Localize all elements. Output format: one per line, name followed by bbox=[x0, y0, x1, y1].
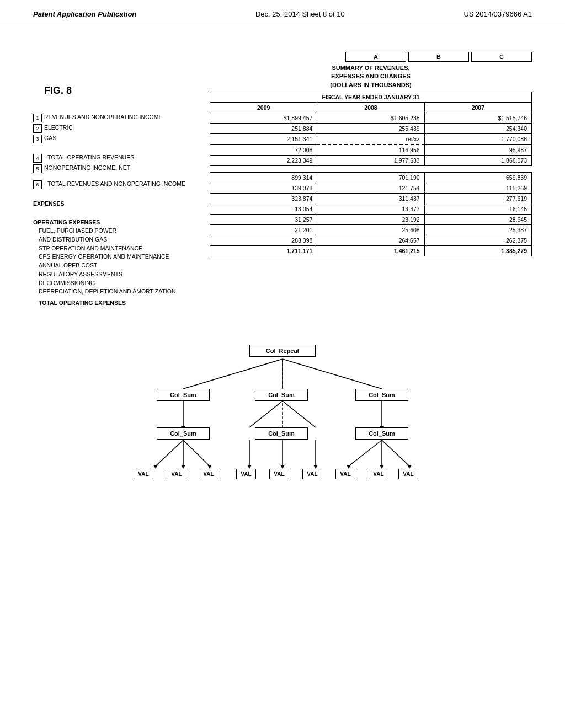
val-5: VAL bbox=[269, 469, 289, 479]
val-6: VAL bbox=[302, 469, 322, 479]
stp-row: 139,073 121,754 115,269 bbox=[210, 183, 532, 194]
row-text-4: TOTAL OPERATING REVENUES bbox=[44, 153, 134, 162]
nonop-income-row: 72,008 116,956 95,987 bbox=[210, 144, 532, 156]
row-num-6: 6 bbox=[33, 180, 42, 189]
row-2: 2 ELECTRIC bbox=[33, 124, 204, 133]
col-a-box: A bbox=[345, 52, 406, 62]
row-3: 3 GAS bbox=[33, 134, 204, 143]
svg-marker-13 bbox=[181, 465, 185, 469]
opeb-2009: 13,054 bbox=[210, 204, 317, 215]
tot-op-rev-2009: 2,151,341 bbox=[210, 134, 317, 145]
electric-2009: $1,899,457 bbox=[210, 113, 317, 124]
row-num-2: 2 bbox=[33, 124, 42, 133]
total-op-rev-row: 2,151,341 rei/xz 1,770,086 bbox=[210, 134, 532, 145]
decomm-2009: 21,201 bbox=[210, 225, 317, 235]
val-9: VAL bbox=[398, 469, 418, 479]
col-sum-r2-right: Col_Sum bbox=[355, 427, 408, 440]
electric-row: $1,899,457 $1,605,238 $1,515,746 bbox=[210, 113, 532, 124]
dep-2008: 264,657 bbox=[317, 235, 424, 246]
col-headers: A B C bbox=[210, 52, 532, 62]
year-2007: 2007 bbox=[424, 103, 531, 113]
row-num-1: 1 bbox=[33, 114, 42, 122]
electric-2007: $1,515,746 bbox=[424, 113, 531, 124]
opeb-2007: 16,145 bbox=[424, 204, 531, 215]
dep-2007: 262,375 bbox=[424, 235, 531, 246]
reg-2008: 23,192 bbox=[317, 215, 424, 225]
dep-2009: 283,398 bbox=[210, 235, 317, 246]
svg-marker-15 bbox=[207, 465, 212, 469]
op-expenses-header: OPERATING EXPENSES bbox=[33, 219, 204, 226]
col-sum-r1-center: Col_Sum bbox=[255, 389, 308, 401]
row-num-3: 3 bbox=[33, 135, 42, 143]
row-text-3: GAS bbox=[44, 134, 56, 142]
data-table: FISCAL YEAR ENDED JANUARY 31 2009 2008 2… bbox=[210, 92, 532, 262]
total-rev-2009: 2,223,349 bbox=[210, 156, 317, 166]
nonop-2007: 95,987 bbox=[424, 144, 531, 156]
stp-2008: 121,754 bbox=[317, 183, 424, 194]
val-8: VAL bbox=[369, 469, 388, 479]
summary-title-line2: EXPENSES AND CHANGES bbox=[331, 73, 411, 79]
stp-2007: 115,269 bbox=[424, 183, 531, 194]
expense-opeb: ANNUAL OPEB COST bbox=[33, 261, 204, 270]
expenses-header: EXPENSES bbox=[33, 200, 204, 207]
expense-regulatory: REGULATORY ASSESSMENTS bbox=[33, 270, 204, 279]
svg-marker-23 bbox=[347, 465, 351, 469]
svg-line-5 bbox=[249, 401, 282, 427]
svg-marker-21 bbox=[313, 465, 318, 469]
total-rev-2008: 1,977,633 bbox=[317, 156, 424, 166]
col-sum-r1-right: Col_Sum bbox=[355, 389, 408, 401]
left-labels: FIG. 8 1 REVENUES AND NONOPERATING INCOM… bbox=[33, 52, 210, 306]
expenses-section: EXPENSES OPERATING EXPENSES FUEL, PURCHA… bbox=[33, 200, 204, 306]
svg-marker-27 bbox=[407, 465, 412, 469]
row-text-2: ELECTRIC bbox=[44, 124, 73, 132]
decomm-row: 21,201 25,608 25,387 bbox=[210, 225, 532, 235]
spacer-row bbox=[210, 166, 532, 173]
expense-cps: CPS ENERGY OPERATION AND MAINTENANCE bbox=[33, 253, 204, 261]
gas-2007: 254,340 bbox=[424, 124, 531, 134]
expense-decomm: DECOMMISSIONING bbox=[33, 279, 204, 288]
row-4: 4 TOTAL OPERATING REVENUES bbox=[33, 153, 204, 163]
tot-exp-2008: 1,461,215 bbox=[317, 246, 424, 256]
fuel-2009: 899,314 bbox=[210, 173, 317, 183]
col-c-box: C bbox=[471, 52, 532, 62]
year-2009: 2009 bbox=[210, 103, 317, 113]
opeb-2008: 13,377 bbox=[317, 204, 424, 215]
val-7: VAL bbox=[335, 469, 355, 479]
main-content: FIG. 8 1 REVENUES AND NONOPERATING INCOM… bbox=[0, 24, 565, 527]
bottom-spacer bbox=[210, 256, 532, 262]
cps-row: 323,874 311,437 277,619 bbox=[210, 194, 532, 204]
stp-2009: 139,073 bbox=[210, 183, 317, 194]
cps-2007: 277,619 bbox=[424, 194, 531, 204]
tree-container: Col_Repeat Col_Sum Col_Sum Col_Sum Col_S… bbox=[117, 339, 448, 516]
svg-line-0 bbox=[183, 359, 282, 389]
sheet-info: Dec. 25, 2014 Sheet 8 of 10 bbox=[255, 10, 345, 18]
row-1: 1 REVENUES AND NONOPERATING INCOME bbox=[33, 113, 204, 122]
expense-fuel: FUEL, PURCHASED POWERAND DISTRIBUTION GA… bbox=[33, 227, 204, 244]
col-repeat-node: Col_Repeat bbox=[249, 345, 316, 357]
tot-exp-2007: 1,385,279 bbox=[424, 246, 531, 256]
nonop-2009: 72,008 bbox=[210, 144, 317, 156]
decomm-2007: 25,387 bbox=[424, 225, 531, 235]
svg-marker-11 bbox=[153, 465, 158, 469]
col-sum-r2-center: Col_Sum bbox=[255, 427, 308, 440]
row-num-5: 5 bbox=[33, 164, 42, 173]
reg-2007: 28,645 bbox=[424, 215, 531, 225]
col-sum-r1-left: Col_Sum bbox=[157, 389, 210, 401]
publication-label: Patent Application Publication bbox=[33, 10, 136, 18]
diagram-section: Col_Repeat Col_Sum Col_Sum Col_Sum Col_S… bbox=[33, 339, 532, 516]
cps-2008: 311,437 bbox=[317, 194, 424, 204]
summary-title: SUMMARY OF REVENUES, EXPENSES AND CHANGE… bbox=[210, 64, 532, 89]
total-op-exp-row: 1,711,171 1,461,215 1,385,279 bbox=[210, 246, 532, 256]
expense-stp: STP OPERATION AND MAINTENANCE bbox=[33, 244, 204, 253]
year-2008: 2008 bbox=[317, 103, 424, 113]
summary-title-line1: SUMMARY OF REVENUES, bbox=[332, 65, 409, 71]
svg-marker-17 bbox=[247, 465, 252, 469]
right-table: A B C SUMMARY OF REVENUES, EXPENSES AND … bbox=[210, 52, 532, 306]
row-text-5: NONOPERATING INCOME, NET bbox=[44, 164, 130, 172]
svg-line-6 bbox=[282, 401, 316, 427]
row-num-4: 4 bbox=[33, 154, 42, 163]
decomm-2008: 25,608 bbox=[317, 225, 424, 235]
svg-line-26 bbox=[382, 440, 409, 466]
depreciation-row: 283,398 264,657 262,375 bbox=[210, 235, 532, 246]
total-rev-2007: 1,866,073 bbox=[424, 156, 531, 166]
